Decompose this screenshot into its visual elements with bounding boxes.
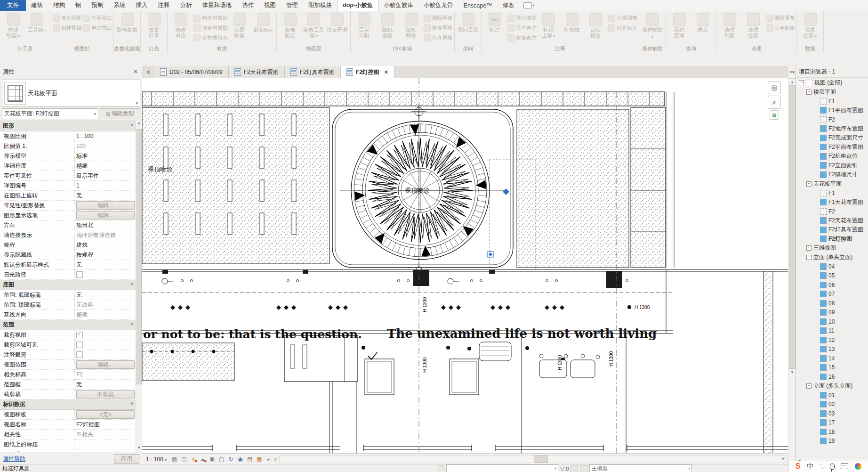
crop-view-icon[interactable]: ▣ <box>208 455 216 463</box>
chevron-down-icon[interactable]: ▾ <box>136 101 138 106</box>
tree-item-38[interactable]: 18 <box>796 427 868 437</box>
scroll-up-icon[interactable]: ▲ <box>136 121 142 127</box>
tree-item-31[interactable]: 15 <box>796 363 868 373</box>
property-value[interactable]: 无 <box>76 381 82 389</box>
select-pinned-icon[interactable] <box>580 465 587 472</box>
analytic-icon[interactable]: ▤ <box>246 455 254 463</box>
collapse-icon[interactable]: − <box>806 181 812 187</box>
ribbon-button-8-1-1[interactable]: 尺寸合并 <box>506 23 537 33</box>
property-value[interactable]: 按规程 <box>76 251 93 259</box>
tree-item-24[interactable]: 08 <box>796 299 868 308</box>
ribbon-button-8-1-0[interactable]: 避让清零 <box>506 13 537 23</box>
tree-item-13[interactable]: F1天花布置图 <box>796 198 868 207</box>
ribbon-button-8-4[interactable]: 点位标注 <box>584 12 607 38</box>
ribbon-button-11-2-0[interactable]: 删除重复 <box>765 13 795 23</box>
ribbon-tab-17[interactable]: Enscape™ <box>458 0 498 11</box>
property-edit-button[interactable]: <无> <box>76 410 135 419</box>
scroll-down-icon[interactable]: ▼ <box>788 369 796 375</box>
property-checkbox[interactable] <box>76 332 83 338</box>
ribbon-button-6-3-1[interactable]: 恢复网格 <box>423 23 453 33</box>
property-value[interactable]: 无 <box>76 192 82 200</box>
ribbon-tab-6[interactable]: 插入 <box>131 0 153 11</box>
ribbon-button-8-5-1[interactable]: 对齐标头 <box>607 23 637 33</box>
ribbon-button-8-5-0[interactable]: 位置调整 <box>607 13 637 23</box>
ribbon-button-6-2[interactable]: 随机网格 <box>399 12 423 38</box>
ribbon-tab-1[interactable]: 建筑 <box>26 0 48 11</box>
tree-item-26[interactable]: 10 <box>796 317 868 326</box>
ribbon-button-7-0[interactable]: 房间工具 <box>456 12 480 33</box>
tree-item-0[interactable]: −视图 (全部) <box>796 78 868 88</box>
tree-item-19[interactable]: −立面 (单头立面) <box>796 253 868 262</box>
ribbon-tab-15[interactable]: 小鲛鱼族库 <box>379 0 419 11</box>
tree-item-15[interactable]: F2天花布置图 <box>796 216 868 226</box>
tree-item-8[interactable]: F2机电点位 <box>796 152 868 161</box>
tree-item-18[interactable]: +三维视图 <box>796 244 868 253</box>
worksets-icon[interactable] <box>437 465 444 472</box>
ribbon-button-11-1[interactable]: 清理垃圾 <box>741 12 765 38</box>
scroll-right-icon[interactable]: ► <box>780 456 787 463</box>
model-text-quote-right[interactable]: The unexamined life is not worth living <box>387 326 657 341</box>
property-value[interactable]: 项目北 <box>76 221 93 229</box>
ribbon-button-8-3[interactable]: 灯控线 <box>560 12 584 33</box>
tree-item-16[interactable]: F2灯具布置图 <box>796 225 868 235</box>
design-option-select[interactable]: 主模型▾ <box>589 464 692 472</box>
tree-item-10[interactable]: F2隔墙尺寸 <box>796 170 868 179</box>
ribbon-tab-5[interactable]: 系统 <box>109 0 131 11</box>
snipaste-icon[interactable]: S <box>796 462 801 471</box>
view-scale-button[interactable]: 1 : 100 ▾ <box>142 456 170 463</box>
tree-item-21[interactable]: 05 <box>796 271 868 281</box>
ribbon-button-6-0[interactable]: 工字分割 <box>352 12 376 38</box>
apply-button[interactable]: 应用 <box>114 454 139 464</box>
tree-item-9[interactable]: F2立面索引 <box>796 161 868 171</box>
property-section-0[interactable]: 图形^ <box>0 121 136 131</box>
tree-item-17[interactable]: F2灯控图 <box>796 235 868 244</box>
view-tab-1[interactable]: F2天花布置图 <box>229 66 285 78</box>
property-value[interactable]: 无 <box>76 261 82 269</box>
tree-item-34[interactable]: 01 <box>796 391 868 400</box>
property-value[interactable]: 1 <box>76 182 80 189</box>
ribbon-button-1-1-0[interactable]: 立面视口 <box>82 13 112 23</box>
ribbon-button-10-1[interactable]: 损耗 <box>691 12 715 33</box>
ribbon-button-11-0[interactable]: 清理剖面 <box>718 12 741 38</box>
ribbon-button-5-2[interactable]: 快速开洞 <box>325 12 349 33</box>
ribbon-button-9-0[interactable]: 操作辅助 ▾ <box>641 12 664 40</box>
zoom-icon[interactable]: ⌕ <box>768 96 781 109</box>
tree-item-29[interactable]: 13 <box>796 345 868 354</box>
reveal-hidden-icon[interactable]: ◉ <box>236 455 244 463</box>
property-section-16[interactable]: 底图^ <box>0 280 136 290</box>
type-selector[interactable]: 天花板平面 ▾ <box>2 80 140 107</box>
collapse-icon[interactable]: − <box>799 80 804 85</box>
property-edit-button[interactable]: 编辑... <box>76 201 135 210</box>
ribbon-button-10-0[interactable]: 面积查询 <box>667 12 691 38</box>
tree-item-11[interactable]: −天花板平面 <box>796 179 868 189</box>
tree-item-6[interactable]: F2完成面尺寸 <box>796 133 868 143</box>
tab-list-icon[interactable]: ≡▾ <box>788 66 796 79</box>
ribbon-button-4-3[interactable]: 贴花Box <box>251 12 275 33</box>
properties-scrollbar[interactable]: ▲ ▼ <box>136 121 142 452</box>
tree-item-27[interactable]: 11 <box>796 326 868 336</box>
tree-item-5[interactable]: F2地坪布置图 <box>796 124 868 134</box>
steering-wheel-icon[interactable]: ◎ <box>768 81 781 94</box>
tree-item-7[interactable]: F2平面布置图 <box>796 143 868 152</box>
property-value[interactable]: 100 <box>76 143 86 149</box>
tree-item-28[interactable]: 12 <box>796 335 868 345</box>
collapse-icon[interactable]: − <box>806 383 812 389</box>
ribbon-button-4-1-1[interactable]: 填色材质刷 <box>193 23 228 33</box>
ribbon-button-3-0[interactable]: 放置灯带 <box>142 12 166 38</box>
properties-help-link[interactable]: 属性帮助 <box>3 455 25 463</box>
ribbon-button-11-2-1[interactable]: 完全解组 <box>765 23 795 33</box>
ribbon-button-4-2[interactable]: 位图收集 <box>228 12 251 38</box>
tree-item-25[interactable]: 09 <box>796 308 868 317</box>
ribbon-tab-7[interactable]: 注释 <box>153 0 175 11</box>
shadows-off-icon[interactable]: ☁✕ <box>199 455 207 463</box>
ribbon-button-6-3-2[interactable]: 对齐网格 <box>423 33 453 43</box>
property-value[interactable]: 显示零件 <box>76 172 99 180</box>
scale-icon[interactable]: ▦ <box>170 455 178 463</box>
edit-type-button[interactable]: ⧉ 编辑类型 <box>100 108 140 119</box>
ribbon-button-2-0[interactable]: 影响参数 <box>115 12 139 33</box>
ribbon-button-5-0[interactable]: 装饰面层 <box>278 12 302 38</box>
property-edit-button[interactable]: 编辑... <box>76 360 135 369</box>
property-edit-button[interactable]: 编辑... <box>76 211 135 220</box>
ribbon-button-12-0[interactable]: 信息挂载 ▾ <box>798 12 822 39</box>
model-text-quote-left[interactable]: or not to be: that is the question. <box>143 327 362 341</box>
